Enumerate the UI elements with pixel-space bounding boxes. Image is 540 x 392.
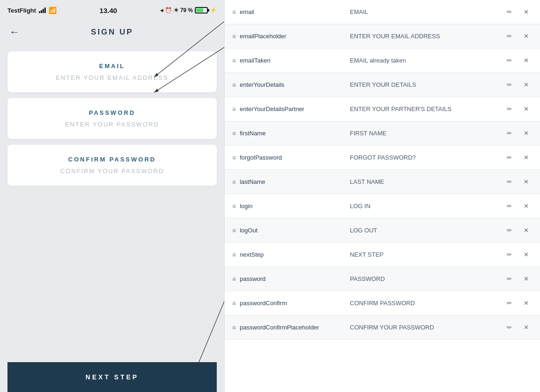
delete-button[interactable]: ✕ — [519, 175, 533, 189]
list-icon: ≡ — [232, 33, 236, 40]
key-name: password — [240, 275, 266, 282]
mobile-panel: TestFlight 📶 13.40 ◂ ⏰ ✶ 79 % ⚡ ← SIGN U… — [0, 0, 224, 392]
delete-button[interactable]: ✕ — [519, 297, 533, 310]
delete-button[interactable]: ✕ — [519, 151, 533, 164]
row-actions: ✏ ✕ — [503, 224, 533, 237]
key-name: enterYourDetailsPartner — [240, 105, 304, 112]
row-actions: ✏ ✕ — [503, 200, 533, 213]
app-name: TestFlight — [7, 7, 36, 14]
nav-bar: ← SIGN UP — [0, 21, 224, 44]
row-key: ≡ passwordConfirm — [232, 300, 344, 307]
delete-button[interactable]: ✕ — [519, 103, 533, 116]
list-icon: ≡ — [232, 178, 236, 186]
edit-button[interactable]: ✏ — [503, 273, 516, 286]
delete-button[interactable]: ✕ — [519, 321, 533, 334]
delete-button[interactable]: ✕ — [519, 127, 533, 140]
table-row: ≡ enterYourDetailsPartner ENTER YOUR PAR… — [225, 97, 540, 121]
confirm-password-card: CONFIRM PASSWORD CONFIRM YOUR PASSWORD — [7, 145, 217, 186]
row-actions: ✏ ✕ — [503, 321, 533, 334]
row-actions: ✏ ✕ — [503, 175, 533, 189]
next-step-button[interactable]: NEXT STEP — [7, 362, 217, 392]
status-bar-left: TestFlight 📶 — [7, 7, 57, 14]
edit-button[interactable]: ✏ — [503, 103, 516, 116]
edit-button[interactable]: ✏ — [503, 127, 516, 140]
list-icon: ≡ — [232, 130, 236, 137]
edit-button[interactable]: ✏ — [503, 297, 516, 310]
delete-button[interactable]: ✕ — [519, 273, 533, 286]
delete-button[interactable]: ✕ — [519, 224, 533, 237]
key-name: firstName — [240, 130, 266, 137]
edit-button[interactable]: ✏ — [503, 6, 516, 19]
row-value: EMAIL already taken — [344, 57, 503, 64]
delete-button[interactable]: ✕ — [519, 78, 533, 91]
table-row: ≡ nextStep NEXT STEP ✏ ✕ — [225, 243, 540, 267]
table-row: ≡ forgotPassword FORGOT PASSWORD? ✏ ✕ — [225, 146, 540, 170]
delete-button[interactable]: ✕ — [519, 30, 533, 43]
back-button[interactable]: ← — [9, 26, 20, 38]
key-name: email — [240, 8, 254, 15]
translation-table: ≡ email EMAIL ✏ ✕ ≡ emailPlaceholder ENT… — [224, 0, 540, 392]
location-icon: ◂ — [160, 7, 163, 14]
row-key: ≡ enterYourDetails — [232, 81, 344, 89]
list-icon: ≡ — [232, 154, 236, 161]
table-row: ≡ email EMAIL ✏ ✕ — [225, 0, 540, 24]
row-key: ≡ login — [232, 203, 344, 210]
table-row: ≡ login LOG IN ✏ ✕ — [225, 194, 540, 218]
row-key: ≡ emailPlaceholder — [232, 33, 344, 40]
delete-button[interactable]: ✕ — [519, 6, 533, 19]
table-row: ≡ firstName FIRST NAME ✏ ✕ — [225, 121, 540, 146]
status-bar-right: ◂ ⏰ ✶ 79 % ⚡ — [160, 7, 217, 14]
alarm-icon: ⏰ — [165, 7, 172, 14]
row-key: ≡ passwordConfirmPlaceholder — [232, 324, 344, 331]
edit-button[interactable]: ✏ — [503, 248, 516, 261]
edit-button[interactable]: ✏ — [503, 78, 516, 91]
form-content: EMAIL ENTER YOUR EMAIL ADDRESS PASSWORD … — [0, 44, 224, 362]
row-key: ≡ logOut — [232, 227, 344, 234]
row-value: NEXT STEP — [344, 251, 503, 258]
edit-button[interactable]: ✏ — [503, 200, 516, 213]
key-name: login — [240, 203, 252, 210]
edit-button[interactable]: ✏ — [503, 151, 516, 164]
edit-button[interactable]: ✏ — [503, 321, 516, 334]
delete-button[interactable]: ✕ — [519, 248, 533, 261]
row-actions: ✏ ✕ — [503, 103, 533, 116]
table-row: ≡ passwordConfirmPlaceholder CONFIRM YOU… — [225, 315, 540, 340]
key-name: nextStep — [240, 251, 263, 258]
row-value: FORGOT PASSWORD? — [344, 154, 503, 161]
edit-button[interactable]: ✏ — [503, 175, 516, 189]
delete-button[interactable]: ✕ — [519, 54, 533, 67]
status-bar-time: 13.40 — [99, 7, 117, 14]
row-key: ≡ emailTaken — [232, 57, 344, 64]
page-title: SIGN UP — [91, 28, 134, 37]
row-value: LOG IN — [344, 203, 503, 210]
key-name: emailTaken — [240, 57, 270, 64]
row-key: ≡ email — [232, 8, 344, 16]
row-value: LOG OUT — [344, 227, 503, 234]
table-row: ≡ lastName LAST NAME ✏ ✕ — [225, 170, 540, 194]
edit-button[interactable]: ✏ — [503, 224, 516, 237]
charging-icon: ⚡ — [210, 7, 217, 14]
row-actions: ✏ ✕ — [503, 127, 533, 140]
edit-button[interactable]: ✏ — [503, 30, 516, 43]
confirm-password-placeholder: CONFIRM YOUR PASSWORD — [60, 168, 164, 175]
row-key: ≡ forgotPassword — [232, 154, 344, 161]
list-icon: ≡ — [232, 227, 236, 234]
key-name: passwordConfirm — [240, 300, 287, 307]
row-actions: ✏ ✕ — [503, 6, 533, 19]
password-placeholder: ENTER YOUR PASSWORD — [65, 121, 159, 128]
table-row: ≡ enterYourDetails ENTER YOUR DETAILS ✏ … — [225, 73, 540, 97]
list-icon: ≡ — [232, 57, 236, 64]
row-value: LAST NAME — [344, 178, 503, 185]
table-row: ≡ logOut LOG OUT ✏ ✕ — [225, 218, 540, 243]
delete-button[interactable]: ✕ — [519, 200, 533, 213]
row-key: ≡ password — [232, 275, 344, 283]
battery-percent: 79 % — [180, 7, 193, 14]
edit-button[interactable]: ✏ — [503, 54, 516, 67]
next-step-label: NEXT STEP — [85, 373, 139, 381]
row-actions: ✏ ✕ — [503, 151, 533, 164]
row-key: ≡ enterYourDetailsPartner — [232, 105, 344, 113]
row-value: ENTER YOUR EMAIL ADDRESS — [344, 33, 503, 40]
row-value: ENTER YOUR PARTNER'S DETAILS — [344, 105, 503, 112]
row-value: ENTER YOUR DETAILS — [344, 81, 503, 88]
row-actions: ✏ ✕ — [503, 273, 533, 286]
